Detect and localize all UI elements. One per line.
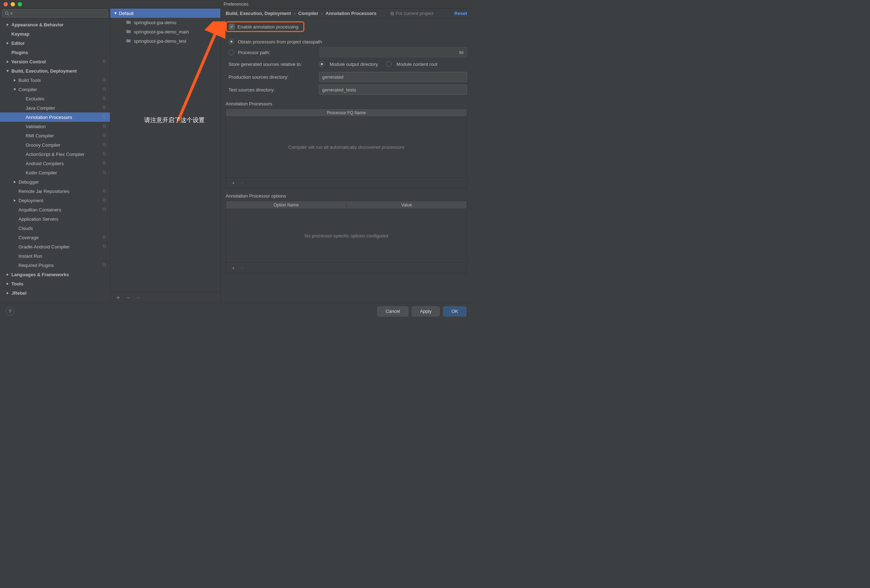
svg-marker-49 [114,12,117,14]
sidebar-item-label: Instant Run [18,253,42,259]
help-button[interactable]: ? [6,307,14,316]
move-profile-button[interactable]: → [135,295,141,301]
sidebar-item-jrebel[interactable]: JRebel [0,288,110,298]
sidebar-item-groovy-compiler[interactable]: Groovy Compiler [0,140,110,149]
profile-module[interactable]: springboot-jpa-demo_main [110,27,220,36]
copy-icon [102,235,106,240]
sidebar-item-kotlin-compiler[interactable]: Kotlin Compiler [0,168,110,177]
sidebar-item-debugger[interactable]: Debugger [0,177,110,186]
svg-rect-9 [103,78,105,80]
expand-arrow-icon [5,69,10,73]
sidebar-item-validation[interactable]: Validation [0,122,110,131]
profile-default[interactable]: Default [110,9,220,18]
sidebar-item-rmi-compiler[interactable]: RMI Compiler [0,131,110,140]
option-name-col: Option Name [226,202,347,207]
sidebar-item-gradle-android-compiler[interactable]: Gradle-Android Compiler [0,242,110,251]
test-dir-input[interactable] [319,85,467,95]
remove-profile-button[interactable]: － [125,295,131,301]
option-value-col: Value [347,202,467,207]
titlebar: Preferences [0,0,472,9]
sidebar-item-remote-jar-repositories[interactable]: Remote Jar Repositories [0,186,110,196]
chevron-right-icon: › [293,11,295,16]
processor-path-input[interactable] [320,47,467,57]
sidebar-item-build-execution-deployment[interactable]: Build, Execution, Deployment [0,66,110,76]
sidebar-item-android-compilers[interactable]: Android Compilers [0,159,110,168]
store-relative-label: Store generated sources relative to: [228,62,314,67]
sidebar-item-label: Validation [25,124,46,129]
sidebar-item-label: Gradle-Android Compiler [18,244,70,250]
profile-panel: Default springboot-jpa-demospringboot-jp… [110,9,221,302]
cancel-button[interactable]: Cancel [377,307,408,316]
profile-toolbar: ＋ － → [110,292,220,302]
copy-icon [102,152,106,157]
profile-module[interactable]: springboot-jpa-demo_test [110,36,220,46]
svg-rect-15 [104,98,106,100]
sidebar-item-version-control[interactable]: Version Control [0,57,110,66]
svg-rect-51 [392,13,394,15]
sidebar-item-keymap[interactable]: Keymap [0,29,110,39]
profile-module-label: springboot-jpa-demo_main [134,29,189,34]
ok-button[interactable]: OK [443,307,466,316]
sidebar-item-plugins[interactable]: Plugins [0,48,110,57]
svg-marker-11 [13,88,16,90]
breadcrumb-part[interactable]: Annotation Processors [326,11,377,16]
window-title: Preferences [223,1,249,7]
breadcrumb-part[interactable]: Build, Execution, Deployment [226,11,291,16]
svg-rect-42 [103,245,105,247]
svg-rect-30 [103,171,105,173]
svg-rect-45 [104,264,106,266]
sidebar-item-annotation-processors[interactable]: Annotation Processors [0,113,110,122]
sidebar-item-label: Coverage [18,235,39,240]
reset-button[interactable]: Reset [454,11,467,16]
module-content-radio[interactable] [386,61,392,67]
processor-path-radio[interactable] [228,49,234,55]
svg-rect-6 [104,61,106,63]
profile-module[interactable]: springboot-jpa-demo [110,18,220,27]
add-processor-button[interactable]: ＋ [231,180,235,186]
sidebar-item-java-compiler[interactable]: Java Compiler [0,103,110,113]
sidebar-item-tools[interactable]: Tools [0,279,110,288]
sidebar-item-instant-run[interactable]: Instant Run [0,251,110,261]
add-profile-button[interactable]: ＋ [115,295,121,301]
close-window-button[interactable] [4,2,8,6]
sidebar-item-clouds[interactable]: Clouds [0,223,110,233]
remove-option-button[interactable]: － [240,265,244,271]
sidebar-item-deployment[interactable]: Deployment [0,196,110,205]
sidebar-item-required-plugins[interactable]: Required Plugins [0,261,110,270]
copy-icon [102,207,106,213]
sidebar-item-actionscript-flex-compiler[interactable]: ActionScript & Flex Compiler [0,149,110,159]
sidebar-item-application-servers[interactable]: Application Servers [0,214,110,223]
expand-arrow-icon [12,199,17,202]
sidebar-item-compiler[interactable]: Compiler [0,85,110,94]
sidebar-item-editor[interactable]: Editor [0,39,110,48]
remove-processor-button[interactable]: － [240,180,244,186]
sidebar-item-excludes[interactable]: Excludes [0,94,110,103]
copy-icon [102,59,106,64]
processor-path-label: Processor path: [238,50,316,55]
zoom-window-button[interactable] [18,2,22,6]
production-dir-label: Production sources directory: [228,74,314,80]
breadcrumb-part[interactable]: Compiler [298,11,318,16]
apply-button[interactable]: Apply [412,307,440,316]
minimize-window-button[interactable] [11,2,15,6]
browse-icon[interactable] [459,50,464,54]
expand-arrow-icon [12,180,17,184]
processor-options-header: Annotation Processor options [226,193,467,199]
folder-icon [126,20,132,25]
svg-marker-4 [6,60,8,63]
sidebar-item-languages-frameworks[interactable]: Languages & Frameworks [0,270,110,279]
add-option-button[interactable]: ＋ [231,265,235,271]
sidebar-item-label: Appearance & Behavior [11,22,64,27]
sidebar-item-arquillian-containers[interactable]: Arquillian Containers [0,205,110,214]
enable-annotation-checkbox[interactable]: ✓ [229,24,235,30]
sidebar-item-appearance-behavior[interactable]: Appearance & Behavior [0,20,110,29]
sidebar-item-coverage[interactable]: Coverage [0,233,110,242]
production-dir-input[interactable] [319,72,467,82]
module-output-radio[interactable] [319,61,325,67]
svg-rect-33 [103,189,105,192]
obtain-classpath-radio[interactable] [228,39,234,45]
search-input[interactable]: ▾ [2,9,108,18]
svg-marker-35 [13,199,15,201]
enable-annotation-highlight: ✓ Enable annotation processing [226,21,304,32]
sidebar-item-build-tools[interactable]: Build Tools [0,76,110,85]
